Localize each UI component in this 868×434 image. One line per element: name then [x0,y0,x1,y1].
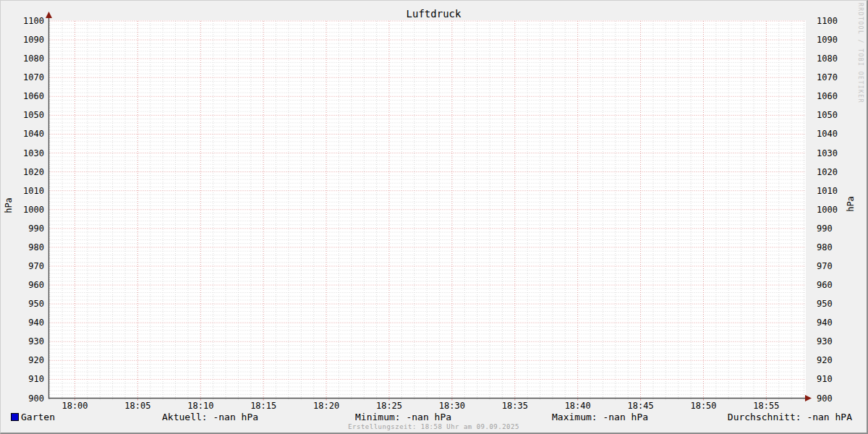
svg-text:980: 980 [817,242,833,252]
svg-text:1060: 1060 [23,91,44,101]
svg-text:18:25: 18:25 [376,401,402,411]
svg-text:18:20: 18:20 [313,401,339,411]
svg-text:1040: 1040 [817,129,838,139]
svg-text:920: 920 [817,355,833,365]
svg-text:18:05: 18:05 [124,401,150,411]
svg-text:1080: 1080 [23,54,44,64]
svg-text:990: 990 [28,224,44,234]
svg-text:18:45: 18:45 [628,401,654,411]
svg-text:18:30: 18:30 [439,401,465,411]
svg-text:1100: 1100 [817,16,838,26]
svg-text:1030: 1030 [23,148,44,158]
svg-text:960: 960 [28,280,44,290]
legend-swatch-garten [11,413,19,421]
svg-text:900: 900 [28,393,44,404]
svg-text:940: 940 [817,318,833,328]
svg-text:1070: 1070 [817,72,838,82]
svg-text:1090: 1090 [23,35,44,45]
chart-plot-area: 9009009109109209209309309409409509509609… [1,1,868,434]
svg-text:1090: 1090 [817,35,838,45]
svg-text:970: 970 [817,261,833,271]
legend-label-garten: Garten [21,412,55,422]
svg-text:18:50: 18:50 [690,401,716,411]
svg-text:18:00: 18:00 [61,401,88,411]
svg-text:940: 940 [28,318,44,328]
svg-text:1010: 1010 [23,186,44,196]
svg-text:950: 950 [28,299,44,309]
svg-text:990: 990 [817,224,833,234]
svg-text:980: 980 [28,242,44,252]
svg-text:1020: 1020 [23,167,44,177]
stat-aktuell: Aktuell: -nan hPa [162,412,258,422]
y-axis-unit-right: hPa [846,196,856,212]
svg-text:970: 970 [28,261,44,271]
svg-text:1000: 1000 [817,205,838,215]
svg-text:1000: 1000 [23,205,44,215]
svg-text:930: 930 [28,336,44,346]
svg-text:930: 930 [817,336,833,346]
svg-text:960: 960 [817,280,833,290]
svg-text:1080: 1080 [817,54,838,64]
rrdtool-graph: Luftdruck 900900910910920920930930940940… [0,0,868,434]
svg-text:910: 910 [28,374,44,384]
svg-text:1010: 1010 [817,186,838,196]
svg-text:18:40: 18:40 [565,401,591,411]
stat-maximum: Maximum: -nan hPa [552,412,648,422]
svg-text:920: 920 [28,355,44,365]
rrdtool-watermark: RRDTOOL / TOBI OETIKER [857,3,864,103]
svg-text:18:35: 18:35 [502,401,528,411]
svg-text:1020: 1020 [817,167,838,177]
svg-text:950: 950 [817,299,833,309]
stat-minimum: Minimum: -nan hPa [355,412,451,422]
footer-timestamp: Erstellungszeit: 18:58 Uhr am 09.09.2025 [1,423,867,430]
svg-text:1040: 1040 [23,129,44,139]
svg-text:1050: 1050 [23,110,44,120]
y-axis-unit-left: hPa [4,197,14,213]
svg-text:1070: 1070 [23,72,44,82]
stat-durchschnitt: Durchschnitt: -nan hPA [728,412,852,422]
svg-text:910: 910 [817,374,833,384]
svg-text:1100: 1100 [23,16,44,26]
svg-text:18:55: 18:55 [753,401,779,411]
svg-text:900: 900 [817,393,833,404]
svg-text:18:10: 18:10 [187,401,213,411]
svg-text:1030: 1030 [817,148,838,158]
svg-text:1050: 1050 [817,110,838,120]
svg-text:1060: 1060 [817,91,838,101]
svg-text:18:15: 18:15 [250,401,276,411]
